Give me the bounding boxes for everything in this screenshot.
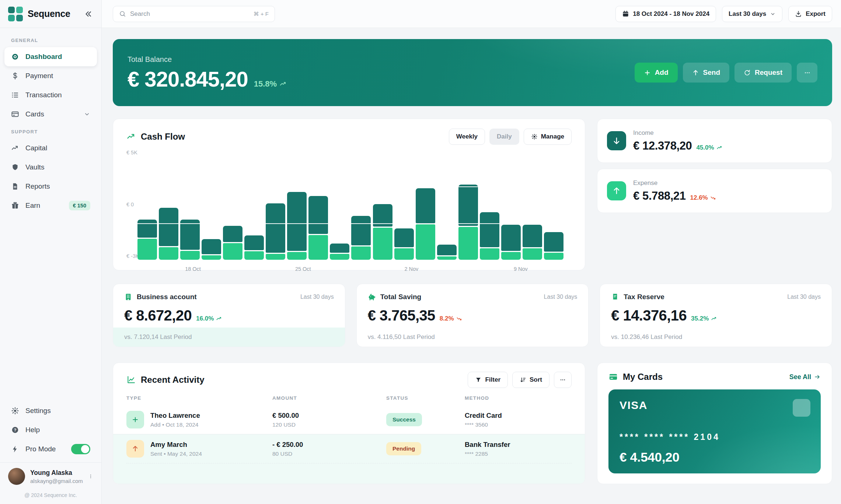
- weekly-tab[interactable]: Weekly: [449, 129, 485, 145]
- user-row[interactable]: Young Alaska alskayng@gmail.com: [0, 462, 101, 487]
- stat-card-delta: 35.2%: [691, 315, 718, 322]
- sidebar-item-payment[interactable]: Payment: [4, 66, 97, 85]
- transaction-amount: € 500.00: [272, 412, 386, 420]
- see-all-link[interactable]: See All: [789, 373, 821, 381]
- chart-bar[interactable]: [523, 225, 542, 260]
- bar-top-segment: [223, 226, 242, 242]
- more-actions-button[interactable]: [797, 63, 817, 83]
- topbar: ⌘ + F 18 Oct 2024 - 18 Nov 2024 Last 30 …: [102, 0, 841, 28]
- manage-button[interactable]: Manage: [524, 129, 572, 145]
- chart-bar[interactable]: [437, 245, 457, 260]
- table-more-button[interactable]: [554, 372, 572, 388]
- sidebar-item-vaults[interactable]: Vaults: [4, 158, 97, 177]
- stat-card-footnote: vs. 4.116,50 Last Period: [357, 328, 589, 347]
- table-row[interactable]: Theo LawrenceAdd • Oct 18, 2024€ 500.001…: [126, 405, 572, 434]
- sequence-logo-icon: [8, 7, 23, 21]
- transaction-type-icon-badge: [126, 411, 144, 428]
- stat-card-delta: 16.0%: [196, 315, 223, 322]
- table-tinted-section: Amy MarchSent • May 24, 2024- € 250.0080…: [113, 434, 585, 484]
- stat-card-amount: € 14.376,16: [611, 307, 687, 324]
- date-range-button[interactable]: 18 Oct 2024 - 18 Nov 2024: [615, 6, 716, 22]
- chart-bar[interactable]: [330, 244, 349, 260]
- sort-button[interactable]: Sort: [512, 372, 549, 388]
- date-range-label: 18 Oct 2024 - 18 Nov 2024: [633, 10, 709, 18]
- plus-icon: [644, 69, 651, 76]
- chart-bar[interactable]: [351, 216, 371, 260]
- collapse-sidebar-icon[interactable]: [84, 9, 93, 19]
- search-shortcut: ⌘ + F: [254, 11, 269, 17]
- mini-card-amount: € 5.788,21: [633, 189, 686, 203]
- transaction-method-sub: **** 2285: [465, 451, 572, 457]
- bar-top-segment: [202, 239, 221, 254]
- trend-up-icon: [279, 80, 287, 88]
- chart-bar[interactable]: [480, 212, 499, 260]
- sidebar-item-capital[interactable]: Capital: [4, 139, 97, 158]
- bar-top-segment: [416, 188, 435, 223]
- refresh-icon: [744, 69, 751, 76]
- arrowup-icon: [612, 186, 621, 195]
- logo-row: Sequence: [0, 0, 101, 28]
- transaction-amount: - € 250.00: [272, 441, 386, 449]
- chart-bar[interactable]: [373, 204, 392, 260]
- sidebar-item-pro-mode[interactable]: Pro Mode: [4, 440, 97, 459]
- user-email: alskayng@gmail.com: [30, 478, 83, 484]
- chart-bar[interactable]: [223, 226, 242, 260]
- export-button[interactable]: Export: [788, 6, 832, 22]
- sidebar-item-cards[interactable]: Cards: [4, 105, 97, 124]
- chart-bar[interactable]: [458, 185, 478, 260]
- chart-bar[interactable]: [394, 228, 414, 260]
- bar-bottom-segment: [180, 251, 200, 260]
- search-input[interactable]: [130, 10, 249, 18]
- chart-bar[interactable]: [287, 192, 307, 260]
- expense-card: Expense€ 5.788,2112.6%: [597, 169, 832, 213]
- chart-bar[interactable]: [544, 232, 563, 260]
- daily-tab[interactable]: Daily: [489, 129, 519, 145]
- sidebar-item-help[interactable]: ?Help: [4, 420, 97, 440]
- visa-card[interactable]: VISA **** **** **** 2104 € 4.540,20: [608, 389, 821, 473]
- mini-card-delta: 12.6%: [690, 194, 717, 202]
- content: Total Balance € 320.845,20 15.8% Add: [102, 28, 841, 504]
- chart-bar[interactable]: [244, 235, 264, 260]
- chart-bar[interactable]: [501, 225, 521, 260]
- credit-card-icon: [608, 372, 618, 382]
- sidebar-item-settings[interactable]: Settings: [4, 401, 97, 420]
- bar-bottom-segment: [330, 254, 349, 260]
- column-header: AMOUNT: [272, 395, 386, 401]
- user-menu-kebab-icon[interactable]: [88, 473, 93, 480]
- chart-bar[interactable]: [180, 220, 200, 260]
- sidebar-item-dashboard[interactable]: Dashboard: [4, 47, 97, 66]
- pro-mode-toggle[interactable]: [71, 444, 90, 454]
- my-cards-card: My Cards See All VISA **** **** **** 210…: [597, 363, 832, 484]
- stat-card-footnote: vs. 10.236,46 Last Period: [600, 328, 832, 347]
- chart-bars: [137, 153, 563, 260]
- period-select[interactable]: Last 30 days: [722, 6, 782, 22]
- table-row[interactable]: Amy MarchSent • May 24, 2024- € 250.0080…: [126, 434, 572, 463]
- help-icon: ?: [11, 426, 19, 434]
- sidebar-footer-nav: Settings?HelpPro Mode: [4, 401, 97, 459]
- chart-bar[interactable]: [266, 203, 285, 260]
- total-balance-hero: Total Balance € 320.845,20 15.8% Add: [113, 39, 832, 106]
- chart-bar[interactable]: [137, 220, 157, 260]
- chart-bar[interactable]: [159, 208, 178, 260]
- recent-activity-card: Recent Activity Filter Sort: [113, 363, 585, 484]
- search-box[interactable]: ⌘ + F: [113, 6, 275, 22]
- sidebar-item-reports[interactable]: Reports: [4, 177, 97, 196]
- request-button[interactable]: Request: [734, 63, 792, 83]
- x-axis-label: 18 Oct: [185, 266, 201, 272]
- sidebar-item-earn[interactable]: Earn€ 150: [4, 196, 97, 215]
- chart-bar[interactable]: [202, 239, 221, 260]
- sidebar-item-transaction[interactable]: Transaction: [4, 85, 97, 105]
- filter-button[interactable]: Filter: [468, 372, 508, 388]
- building-icon: [124, 293, 132, 301]
- income-expense-column: Income€ 12.378,2045.0%Expense€ 5.788,211…: [597, 119, 832, 270]
- column-header: TYPE: [126, 395, 272, 401]
- gear-icon: [531, 133, 538, 140]
- chart-bar[interactable]: [308, 196, 328, 260]
- send-button[interactable]: Send: [683, 63, 729, 83]
- sidebar-item-label: Payment: [25, 72, 53, 80]
- cash-flow-title: Cash Flow: [141, 132, 185, 142]
- row-divider: [126, 463, 572, 463]
- add-button[interactable]: Add: [635, 63, 678, 83]
- bar-bottom-segment: [544, 253, 563, 260]
- bar-top-segment: [480, 212, 499, 247]
